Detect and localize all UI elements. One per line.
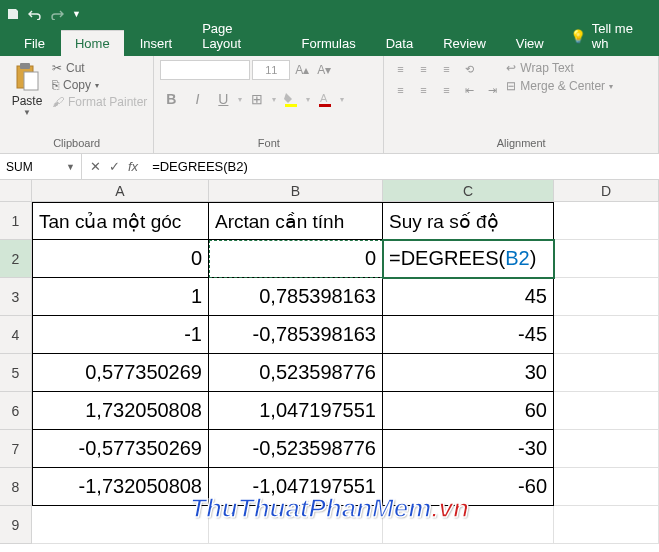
save-icon[interactable] (6, 7, 20, 21)
cancel-formula-icon[interactable]: ✕ (90, 159, 101, 174)
tab-formulas[interactable]: Formulas (288, 31, 370, 56)
cell-D7[interactable] (554, 430, 659, 468)
cell-D2[interactable] (554, 240, 659, 278)
cell-C4[interactable]: -45 (383, 316, 554, 354)
fx-icon[interactable]: fx (128, 159, 138, 174)
increase-indent-icon[interactable]: ⇥ (482, 81, 502, 99)
decrease-indent-icon[interactable]: ⇤ (459, 81, 479, 99)
tab-home[interactable]: Home (61, 30, 124, 56)
align-bottom-icon[interactable]: ≡ (436, 60, 456, 78)
cell-B5[interactable]: 0,523598776 (209, 354, 383, 392)
cell-C3[interactable]: 45 (383, 278, 554, 316)
align-middle-icon[interactable]: ≡ (413, 60, 433, 78)
tab-page-layout[interactable]: Page Layout (188, 16, 285, 56)
merge-center-button[interactable]: ⊟ Merge & Center ▾ (506, 78, 613, 94)
cell-A6[interactable]: 1,732050808 (32, 392, 209, 430)
paste-button[interactable]: Paste ▼ (6, 60, 48, 135)
bold-button[interactable]: B (160, 88, 182, 110)
cell-A5[interactable]: 0,577350269 (32, 354, 209, 392)
orientation-icon[interactable]: ⟲ (459, 60, 479, 78)
name-box-input[interactable] (6, 160, 66, 174)
align-center-icon[interactable]: ≡ (413, 81, 433, 99)
cell-A8[interactable]: -1,732050808 (32, 468, 209, 506)
alignment-group-label: Alignment (390, 135, 652, 151)
col-header-B[interactable]: B (209, 180, 383, 201)
tab-insert[interactable]: Insert (126, 31, 187, 56)
enter-formula-icon[interactable]: ✓ (109, 159, 120, 174)
wrap-text-button[interactable]: ↩ Wrap Text (506, 60, 613, 76)
cell-C6[interactable]: 60 (383, 392, 554, 430)
cell-A7[interactable]: -0,577350269 (32, 430, 209, 468)
cut-button[interactable]: ✂ Cut (52, 60, 147, 76)
cell-C8[interactable]: -60 (383, 468, 554, 506)
cell-D9[interactable] (554, 506, 659, 544)
cell-B7[interactable]: -0,523598776 (209, 430, 383, 468)
font-color-button[interactable]: A (314, 88, 336, 110)
cell-A2[interactable]: 0 (32, 240, 209, 278)
cell-B1[interactable]: Arctan cần tính (209, 202, 383, 240)
cell-C9[interactable] (383, 506, 554, 544)
col-header-D[interactable]: D (554, 180, 659, 201)
cell-D4[interactable] (554, 316, 659, 354)
row-header-3[interactable]: 3 (0, 278, 32, 316)
qat-dropdown-icon[interactable]: ▼ (72, 9, 81, 19)
worksheet-grid[interactable]: A B C D 1 Tan của một góc Arctan cần tín… (0, 180, 659, 544)
cell-D3[interactable] (554, 278, 659, 316)
cell-C1[interactable]: Suy ra số độ (383, 202, 554, 240)
merge-label: Merge & Center (520, 79, 605, 93)
fill-color-button[interactable] (280, 88, 302, 110)
tab-file[interactable]: File (10, 31, 59, 56)
copy-button[interactable]: ⎘ Copy ▾ (52, 77, 147, 93)
paste-label: Paste (12, 94, 43, 108)
row-header-1[interactable]: 1 (0, 202, 32, 240)
tab-review[interactable]: Review (429, 31, 500, 56)
row-header-9[interactable]: 9 (0, 506, 32, 544)
cell-A4[interactable]: -1 (32, 316, 209, 354)
cell-B9[interactable] (209, 506, 383, 544)
cell-D6[interactable] (554, 392, 659, 430)
font-size-input[interactable] (252, 60, 290, 80)
align-right-icon[interactable]: ≡ (436, 81, 456, 99)
row-header-7[interactable]: 7 (0, 430, 32, 468)
col-header-C[interactable]: C (383, 180, 554, 201)
redo-icon[interactable] (50, 8, 64, 20)
underline-button[interactable]: U (212, 88, 234, 110)
decrease-font-icon[interactable]: A▾ (314, 60, 334, 80)
tell-me[interactable]: 💡 Tell me wh (560, 16, 659, 56)
col-header-A[interactable]: A (32, 180, 209, 201)
row-header-6[interactable]: 6 (0, 392, 32, 430)
cell-D5[interactable] (554, 354, 659, 392)
cell-B4[interactable]: -0,785398163 (209, 316, 383, 354)
row-header-5[interactable]: 5 (0, 354, 32, 392)
cell-A3[interactable]: 1 (32, 278, 209, 316)
cell-A9[interactable] (32, 506, 209, 544)
cell-C2[interactable]: =DEGREES(B2) (383, 240, 554, 278)
cell-B6[interactable]: 1,047197551 (209, 392, 383, 430)
italic-button[interactable]: I (186, 88, 208, 110)
cell-D1[interactable] (554, 202, 659, 240)
copy-label: Copy (63, 78, 91, 92)
name-box[interactable]: ▼ (0, 154, 82, 179)
select-all-corner[interactable] (0, 180, 32, 201)
cell-C7[interactable]: -30 (383, 430, 554, 468)
font-name-input[interactable] (160, 60, 250, 80)
table-row: 6 1,732050808 1,047197551 60 (0, 392, 659, 430)
row-header-2[interactable]: 2 (0, 240, 32, 278)
cell-B3[interactable]: 0,785398163 (209, 278, 383, 316)
cell-B8[interactable]: -1,047197551 (209, 468, 383, 506)
border-button[interactable]: ⊞ (246, 88, 268, 110)
cell-D8[interactable] (554, 468, 659, 506)
cell-C5[interactable]: 30 (383, 354, 554, 392)
align-left-icon[interactable]: ≡ (390, 81, 410, 99)
increase-font-icon[interactable]: A▴ (292, 60, 312, 80)
cell-B2[interactable]: 0 (209, 240, 383, 278)
format-painter-button[interactable]: 🖌 Format Painter (52, 94, 147, 110)
undo-icon[interactable] (28, 8, 42, 20)
align-top-icon[interactable]: ≡ (390, 60, 410, 78)
tab-view[interactable]: View (502, 31, 558, 56)
row-header-8[interactable]: 8 (0, 468, 32, 506)
row-header-4[interactable]: 4 (0, 316, 32, 354)
formula-bar-input[interactable] (146, 159, 659, 174)
tab-data[interactable]: Data (372, 31, 427, 56)
cell-A1[interactable]: Tan của một góc (32, 202, 209, 240)
